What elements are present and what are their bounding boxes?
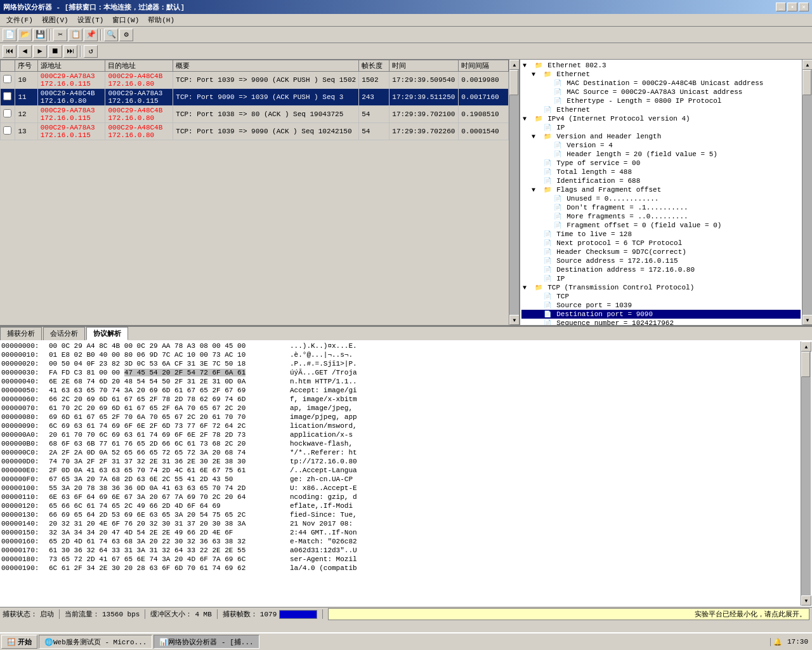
hex-ascii: la/4.0 (compatib	[290, 564, 801, 572]
new-button[interactable]: 📄	[3, 29, 16, 41]
open-button[interactable]: 📂	[18, 29, 32, 41]
tree-node-more-frag[interactable]: 📄 More fragments = ..0.........	[521, 212, 801, 221]
tree-node-ipv4[interactable]: ▼ 📁 IPv4 (Internet Protocol version 4)	[521, 114, 801, 123]
hex-scroll-down[interactable]: ▼	[801, 595, 811, 606]
tree-scroll-up[interactable]: ▲	[802, 60, 812, 70]
menu-view[interactable]: 视图(V)	[38, 15, 72, 25]
tree-node-ethertype[interactable]: 📄 Ethertype - Length = 0800 IP Protocol	[521, 96, 801, 105]
tree-node-dst-port[interactable]: 📄 Destination port = 9090	[521, 310, 801, 319]
tree-panel: ▼ 📁 Ethernet 802.3 ▼ 📁 Ethernet 📄 MAC De…	[520, 60, 802, 325]
tree-node-header-len[interactable]: 📄 Header length = 20 (field value = 5)	[521, 150, 801, 159]
expander-icon[interactable]: ▼	[523, 284, 530, 291]
tree-node-flags[interactable]: ▼ 📁 Flags and Fragment offset	[521, 185, 801, 194]
tree-node-checksum-ip[interactable]: 📄 Header Checksum = 9D7C(correct)	[521, 248, 801, 256]
col-header-len[interactable]: 帧长度	[359, 60, 390, 72]
row-checkbox[interactable]	[1, 72, 15, 89]
menu-window[interactable]: 窗口(W)	[108, 15, 143, 25]
tree-node-dont-frag[interactable]: 📄 Don't fragment = .1..........	[521, 203, 801, 212]
tree-node-ip[interactable]: 📄 IP	[521, 123, 801, 132]
col-header-time[interactable]: 时间	[390, 60, 459, 72]
table-row[interactable]: 11 000C29-A48C4B172.16.0.80 000C29-AA78A…	[1, 89, 509, 106]
table-row[interactable]: 13 000C29-AA78A3172.16.0.115 000C29-A48C…	[1, 123, 509, 140]
doc-icon: 📄	[544, 106, 553, 114]
col-header-src[interactable]: 源地址	[37, 60, 105, 72]
tree-node-ethernet8023[interactable]: ▼ 📁 Ethernet 802.3	[521, 61, 801, 70]
row-checkbox[interactable]	[1, 106, 15, 123]
tree-node-ethernet2[interactable]: 📄 Ethernet	[521, 105, 801, 114]
tree-node-tos[interactable]: 📄 Type of service = 00	[521, 159, 801, 168]
hex-scrollbar-thumb[interactable]	[801, 352, 810, 377]
tree-node-mac-src[interactable]: 📄 MAC Source = 000C29-AA78A3 Unicast add…	[521, 88, 801, 96]
tree-scrollbar-thumb[interactable]	[802, 70, 811, 95]
tree-node-tcp-leaf[interactable]: 📄 TCP	[521, 292, 801, 301]
expander-icon[interactable]: ▼	[532, 187, 539, 194]
reset-button[interactable]: ↺	[84, 45, 98, 58]
prev-button[interactable]: ◀	[18, 45, 32, 58]
tree-scrollbar[interactable]: ▲ ▼	[802, 60, 812, 325]
scroll-down-button[interactable]: ▼	[509, 315, 519, 325]
col-header-interval[interactable]: 时间间隔	[459, 60, 509, 72]
packet-list-scrollbar[interactable]: ▲ ▼	[509, 60, 519, 325]
paste-button[interactable]: 📌	[84, 29, 98, 41]
tree-node-src-port[interactable]: 📄 Source port = 1039	[521, 301, 801, 310]
tab-capture[interactable]: 捕获分析	[0, 327, 42, 340]
scroll-up-button[interactable]: ▲	[509, 60, 519, 70]
menu-settings[interactable]: 设置(T)	[74, 15, 108, 25]
hex-scroll-up[interactable]: ▲	[801, 342, 811, 352]
col-header-summary[interactable]: 概要	[173, 60, 359, 72]
tree-node-frag-offset[interactable]: 📄 Fragment offset = 0 (field value = 0)	[521, 221, 801, 230]
fast-forward-button[interactable]: ⏭	[63, 45, 77, 58]
col-header-dst[interactable]: 目的地址	[105, 60, 173, 72]
tree-scroll-down[interactable]: ▼	[802, 315, 812, 325]
table-row[interactable]: 10 000C29-AA78A3172.16.0.115 000C29-A48C…	[1, 72, 509, 89]
menu-file[interactable]: 文件(F)	[3, 15, 37, 25]
tree-node-src-addr[interactable]: 📄 Source address = 172.16.0.115	[521, 256, 801, 265]
expander-icon[interactable]: ▼	[532, 71, 539, 78]
expander-icon[interactable]: ▼	[532, 133, 539, 140]
copy-button[interactable]: 📋	[69, 29, 82, 41]
tree-scrollbar-track[interactable]	[802, 70, 812, 315]
tree-node-total-len[interactable]: 📄 Total length = 488	[521, 168, 801, 176]
tree-node-unused[interactable]: 📄 Unused = 0............	[521, 194, 801, 203]
hex-ascii: ser-Agent: Mozil	[290, 555, 801, 563]
tree-node-next-proto[interactable]: 📄 Next protocol = 6 TCP Protocol	[521, 239, 801, 248]
row-checkbox[interactable]	[1, 89, 15, 106]
scrollbar-track[interactable]	[509, 70, 519, 315]
tree-node-ethernet[interactable]: ▼ 📁 Ethernet	[521, 70, 801, 79]
expander-icon[interactable]: ▼	[523, 116, 530, 123]
stop-button[interactable]: ⏹	[48, 45, 62, 58]
close-button[interactable]: ✕	[799, 3, 809, 11]
tab-session[interactable]: 会话分析	[43, 327, 85, 340]
leaf-icon	[532, 124, 539, 131]
restore-button[interactable]: ▪	[787, 3, 797, 11]
tree-node-ip2[interactable]: 📄 IP	[521, 274, 801, 283]
expander-icon[interactable]: ▼	[523, 62, 530, 69]
tree-node-seq-num[interactable]: 📄 Sequence number = 1024217962	[521, 319, 801, 325]
tree-node-tcp[interactable]: ▼ 📁 TCP (Transmission Control Protocol)	[521, 283, 801, 292]
tree-node-version-header[interactable]: ▼ 📁 Version and Header length	[521, 132, 801, 141]
col-header-seq[interactable]: 序号	[15, 60, 37, 72]
tree-node-id[interactable]: 📄 Identification = 688	[521, 176, 801, 185]
tree-node-ttl[interactable]: 📄 Time to live = 128	[521, 230, 801, 239]
search-button[interactable]: 🔍	[104, 29, 118, 41]
hex-bytes: 20 32 31 20 4E 6F 76 20 32 30 31 37 20 3…	[49, 520, 290, 527]
hex-scrollbar[interactable]: ▲ ▼	[801, 342, 811, 606]
minimize-button[interactable]: _	[776, 3, 786, 11]
table-row[interactable]: 12 000C29-AA78A3172.16.0.115 000C29-A48C…	[1, 106, 509, 123]
tree-node-version[interactable]: 📄 Version = 4	[521, 141, 801, 150]
scrollbar-thumb[interactable]	[509, 70, 518, 95]
tree-node-mac-dst[interactable]: 📄 MAC Destination = 000C29-A48C4B Unicas…	[521, 79, 801, 88]
save-button[interactable]: 💾	[33, 29, 47, 41]
filter-button[interactable]: ⚙	[119, 29, 133, 41]
menu-help[interactable]: 帮助(H)	[144, 15, 178, 25]
traffic-value: 13560 bps	[102, 611, 140, 618]
hex-bytes: 68 6F 63 6B 77 61 76 65 2D 66 6C 61 73 6…	[49, 440, 290, 448]
tree-node-dst-addr[interactable]: 📄 Destination address = 172.16.0.80	[521, 265, 801, 274]
cut-button[interactable]: ✂	[53, 29, 67, 41]
row-checkbox[interactable]	[1, 123, 15, 140]
play-button[interactable]: ▶	[33, 45, 47, 58]
tab-protocol[interactable]: 协议解析	[86, 327, 128, 340]
status-tip[interactable]: 实验平台已经最小化，请点此展开。	[328, 608, 809, 620]
hex-scrollbar-track[interactable]	[801, 352, 811, 595]
start-capture-button[interactable]: ⏮	[3, 45, 16, 58]
